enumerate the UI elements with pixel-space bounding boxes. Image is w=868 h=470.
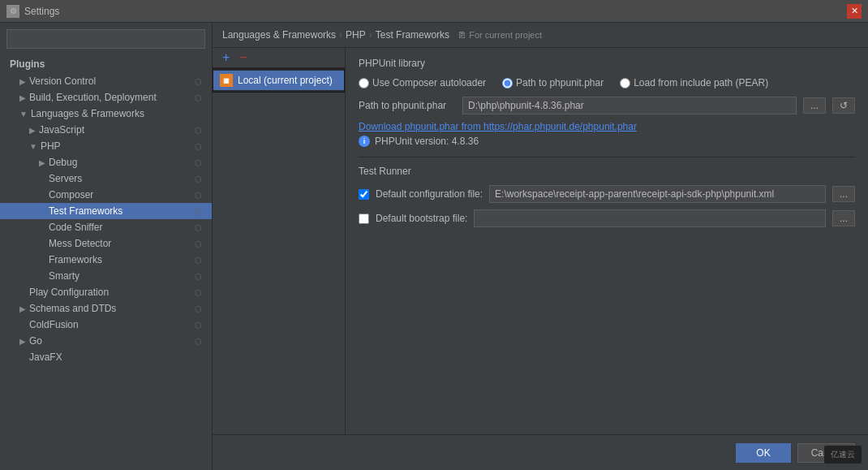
- default-bootstrap-browse-button[interactable]: ...: [832, 210, 855, 226]
- framework-icon: ▦: [220, 74, 233, 87]
- info-icon: i: [359, 136, 370, 147]
- breadcrumb: Languages & Frameworks › PHP › Test Fram…: [213, 23, 868, 48]
- arrow-icon: ▼: [29, 142, 37, 151]
- sidebar-item-label: Version Control: [29, 75, 96, 87]
- radio-pear-input[interactable]: [620, 78, 630, 88]
- default-config-row: Default configuration file: ...: [359, 185, 855, 203]
- sidebar-item-label: Schemas and DTDs: [29, 303, 116, 314]
- sidebar-item-javascript[interactable]: ▶ JavaScript ⬡: [0, 122, 212, 138]
- breadcrumb-part-2: PHP: [346, 29, 366, 41]
- sync-icon: ⬡: [195, 256, 202, 265]
- sidebar-item-label: PHP: [41, 140, 61, 152]
- search-input[interactable]: [6, 29, 205, 49]
- framework-item-label: Local (current project): [238, 75, 333, 86]
- title-bar-title: Settings: [24, 6, 59, 17]
- radio-composer-label: Use Composer autoloader: [372, 77, 486, 88]
- sidebar-item-version-control[interactable]: ▶ Version Control ⬡: [0, 73, 212, 89]
- radio-pear[interactable]: Load from include path (PEAR): [620, 77, 768, 88]
- framework-list-item[interactable]: ▦ Local (current project): [213, 71, 344, 90]
- sidebar-item-label: Code Sniffer: [49, 222, 103, 233]
- breadcrumb-part-1: Languages & Frameworks: [222, 29, 336, 41]
- breadcrumb-sep-2: ›: [369, 29, 372, 41]
- sync-icon: ⬡: [195, 321, 202, 330]
- arrow-icon: ▶: [19, 304, 26, 313]
- sidebar-item-debug[interactable]: ▶ Debug ⬡: [0, 154, 212, 170]
- version-info-row: i PHPUnit version: 4.8.36: [359, 136, 855, 147]
- settings-icon: ⚙: [6, 5, 19, 18]
- default-config-input[interactable]: [489, 185, 826, 203]
- watermark: 亿速云: [824, 446, 862, 464]
- sidebar-item-label: Frameworks: [49, 254, 102, 265]
- radio-phar[interactable]: Path to phpunit.phar: [502, 77, 604, 88]
- sync-icon: ⬡: [195, 191, 202, 200]
- radio-pear-label: Load from include path (PEAR): [634, 77, 768, 88]
- sidebar-item-go[interactable]: ▶ Go ⬡: [0, 333, 212, 349]
- sync-icon: ⬡: [195, 126, 202, 135]
- default-config-label: Default configuration file:: [376, 188, 483, 200]
- sidebar-item-play-config[interactable]: ▶ Play Configuration ⬡: [0, 284, 212, 300]
- radio-phar-label: Path to phpunit.phar: [516, 77, 604, 88]
- sidebar-item-php[interactable]: ▼ PHP ⬡: [0, 138, 212, 154]
- default-bootstrap-input[interactable]: [474, 209, 826, 227]
- default-config-browse-button[interactable]: ...: [832, 186, 855, 202]
- test-runner-section-title: Test Runner: [359, 166, 855, 177]
- sync-icon: ⬡: [195, 77, 202, 86]
- framework-toolbar: + −: [213, 48, 345, 68]
- sidebar-item-label: Test Frameworks: [49, 205, 122, 217]
- close-button[interactable]: ✕: [847, 4, 862, 19]
- title-bar: ⚙ Settings ✕: [0, 0, 868, 23]
- path-browse-button[interactable]: ...: [803, 97, 826, 114]
- sync-icon: ⬡: [195, 272, 202, 281]
- sidebar-item-schemas[interactable]: ▶ Schemas and DTDs ⬡: [0, 300, 212, 317]
- sync-icon: ⬡: [195, 239, 202, 248]
- path-to-phar-label: Path to phpunit.phar: [359, 100, 456, 111]
- sync-icon: ⬡: [195, 337, 202, 346]
- radio-phar-input[interactable]: [502, 78, 513, 88]
- default-bootstrap-checkbox[interactable]: [359, 213, 369, 224]
- bottom-bar: 亿速云 OK Cancel: [213, 434, 868, 470]
- sidebar-item-label: Languages & Frameworks: [31, 108, 144, 119]
- sidebar-item-test-frameworks[interactable]: ▶ Test Frameworks ⬡: [0, 203, 212, 219]
- sidebar-item-build[interactable]: ▶ Build, Execution, Deployment ⬡: [0, 89, 212, 106]
- remove-framework-button[interactable]: −: [236, 51, 250, 64]
- sidebar-item-coldfusion[interactable]: ▶ ColdFusion ⬡: [0, 317, 212, 333]
- sidebar-item-label: Composer: [49, 189, 93, 201]
- breadcrumb-part-3: Test Frameworks: [376, 29, 449, 41]
- radio-composer[interactable]: Use Composer autoloader: [359, 77, 486, 88]
- sidebar-item-languages[interactable]: ▼ Languages & Frameworks: [0, 106, 212, 122]
- sidebar-item-mess-detector[interactable]: ▶ Mess Detector ⬡: [0, 235, 212, 252]
- radio-composer-input[interactable]: [359, 78, 369, 88]
- arrow-icon: ▼: [19, 110, 28, 119]
- sidebar-item-label: ColdFusion: [29, 319, 79, 330]
- sync-icon: ⬡: [195, 288, 202, 297]
- path-to-phar-input[interactable]: [462, 97, 797, 114]
- sidebar-item-label: Build, Execution, Deployment: [29, 92, 157, 103]
- sidebar-item-javafx[interactable]: ▶ JavaFX: [0, 349, 212, 365]
- sync-icon: ⬡: [195, 207, 202, 216]
- default-config-checkbox[interactable]: [359, 189, 369, 200]
- sidebar: Plugins ▶ Version Control ⬡ ▶ Build, Exe…: [0, 23, 213, 470]
- arrow-icon: ▶: [29, 126, 36, 135]
- title-bar-left: ⚙ Settings: [6, 5, 59, 18]
- path-refresh-button[interactable]: ↺: [832, 97, 855, 114]
- sidebar-item-label: JavaFX: [29, 351, 62, 363]
- download-link[interactable]: Download phpunit.phar from https://phar.…: [359, 121, 855, 132]
- default-bootstrap-row: Default bootstrap file: ...: [359, 209, 855, 227]
- phpunit-section-title: PHPUnit library: [359, 58, 855, 69]
- add-framework-button[interactable]: +: [219, 51, 233, 64]
- content-body: PHPUnit library Use Composer autoloader …: [346, 48, 868, 434]
- sidebar-item-code-sniffer[interactable]: ▶ Code Sniffer ⬡: [0, 219, 212, 235]
- sidebar-item-servers[interactable]: ▶ Servers ⬡: [0, 170, 212, 187]
- sync-icon: ⬡: [195, 158, 202, 167]
- sidebar-item-label: Servers: [49, 173, 82, 184]
- panel-split: + − ▦ Local (current project) PHPUnit li…: [213, 48, 868, 434]
- sidebar-item-label: Debug: [49, 157, 77, 168]
- sidebar-item-composer[interactable]: ▶ Composer ⬡: [0, 187, 212, 203]
- main-container: Plugins ▶ Version Control ⬡ ▶ Build, Exe…: [0, 23, 868, 470]
- sidebar-item-label: Mess Detector: [49, 238, 111, 249]
- sidebar-item-smarty[interactable]: ▶ Smarty ⬡: [0, 268, 212, 284]
- arrow-icon: ▶: [19, 77, 26, 86]
- sync-icon: ⬡: [195, 223, 202, 232]
- sidebar-item-frameworks[interactable]: ▶ Frameworks ⬡: [0, 252, 212, 268]
- ok-button[interactable]: OK: [736, 443, 790, 463]
